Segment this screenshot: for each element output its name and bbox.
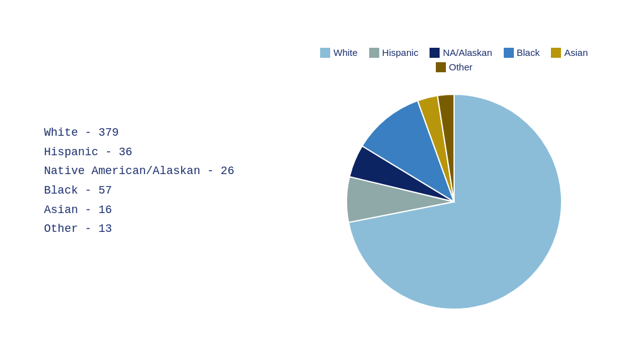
pie-wrapper bbox=[335, 82, 574, 321]
legend-label: White bbox=[333, 47, 357, 58]
legend-item: Asian bbox=[551, 47, 588, 58]
list-item: Native American/Alaskan - 26 bbox=[44, 162, 264, 181]
legend-swatch bbox=[436, 62, 446, 72]
legend-label: Asian bbox=[564, 47, 588, 58]
legend-label: Other bbox=[449, 62, 473, 72]
legend-swatch bbox=[320, 48, 330, 58]
main-container: White - 379Hispanic - 36Native American/… bbox=[0, 0, 644, 362]
legend-swatch bbox=[430, 48, 440, 58]
legend-item: Black bbox=[504, 47, 540, 58]
legend-item: Other bbox=[436, 62, 473, 72]
legend-item: White bbox=[320, 47, 357, 58]
top-legend: WhiteHispanicNA/AlaskanBlackAsianOther bbox=[303, 47, 605, 72]
legend-swatch bbox=[369, 48, 379, 58]
legend-label: Hispanic bbox=[382, 47, 419, 58]
legend-item: Hispanic bbox=[369, 47, 419, 58]
list-item: Hispanic - 36 bbox=[44, 143, 264, 162]
list-item: Other - 13 bbox=[44, 219, 264, 239]
legend-label: NA/Alaskan bbox=[443, 47, 492, 58]
chart-area: WhiteHispanicNA/AlaskanBlackAsianOther bbox=[264, 41, 644, 321]
data-list: White - 379Hispanic - 36Native American/… bbox=[0, 123, 264, 239]
legend-swatch bbox=[551, 48, 561, 58]
legend-item: NA/Alaskan bbox=[430, 47, 492, 58]
pie-chart bbox=[335, 82, 574, 321]
legend-swatch bbox=[504, 48, 514, 58]
list-item: Black - 57 bbox=[44, 181, 264, 200]
list-item: White - 379 bbox=[44, 123, 264, 143]
legend-label: Black bbox=[517, 47, 540, 58]
list-item: Asian - 16 bbox=[44, 200, 264, 220]
